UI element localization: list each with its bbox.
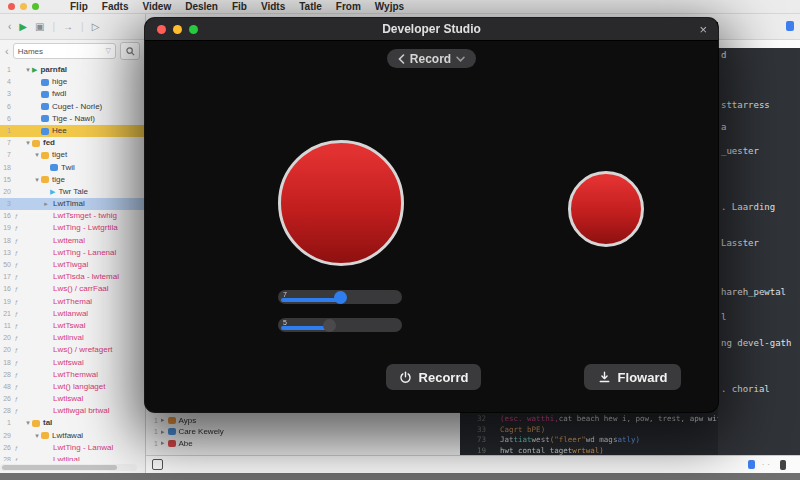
tree-item-label: Tige - Nawl) bbox=[52, 113, 95, 125]
line-number: 3 bbox=[0, 88, 11, 100]
tree-row[interactable]: 7▾tiget bbox=[0, 149, 145, 161]
filter-icon[interactable]: ▽ bbox=[106, 47, 111, 55]
tree-row[interactable]: 3▸LwtTimal bbox=[0, 198, 145, 210]
tree-row[interactable]: 26ƒLwtlswal bbox=[0, 393, 145, 405]
tree-row[interactable]: 48ƒLwt() langiaget bbox=[0, 381, 145, 393]
disclosure-icon[interactable]: ▾ bbox=[24, 137, 32, 149]
search-input[interactable]: Hames ▽ bbox=[13, 43, 116, 59]
tree-row[interactable]: 20ƒLws() / wrefagert bbox=[0, 344, 145, 356]
tree-row[interactable]: 28ƒLwtfiwgal brtwal bbox=[0, 405, 145, 417]
code-fragment: ng devel-gath bbox=[721, 338, 791, 348]
tree-row[interactable]: 21ƒLwtlanwal bbox=[0, 308, 145, 320]
menu-item-flip[interactable]: Flip bbox=[70, 1, 88, 12]
tree-row[interactable]: 4hige bbox=[0, 76, 145, 88]
menu-item-fib[interactable]: Fib bbox=[232, 1, 247, 12]
tree-row[interactable]: 3fwdl bbox=[0, 88, 145, 100]
dot-blue-icon bbox=[41, 79, 49, 86]
tree-row[interactable]: 11ƒLwtTswal bbox=[0, 320, 145, 332]
forward-icon[interactable]: → bbox=[63, 21, 73, 32]
disclosure-icon[interactable]: ▸ bbox=[42, 198, 50, 210]
modal-title: Developer Studio bbox=[145, 22, 718, 36]
tree-item-label: LwtTsmget - twhig bbox=[53, 210, 117, 222]
tree-row[interactable]: 18ƒLwtfswal bbox=[0, 357, 145, 369]
run-icon[interactable]: ▶ bbox=[19, 21, 27, 32]
file-row[interactable]: 1▸Care Kewely bbox=[146, 426, 460, 438]
zoom-window-icon[interactable] bbox=[32, 3, 39, 10]
tree-row[interactable]: 17ƒLwtTisda - lwtemal bbox=[0, 271, 145, 283]
lock-icon[interactable]: ▣ bbox=[35, 21, 44, 32]
tree-row[interactable]: 1▾tal bbox=[0, 417, 145, 429]
tree-row[interactable]: 1Hee bbox=[0, 125, 145, 137]
back-icon[interactable]: ‹ bbox=[8, 21, 11, 32]
disclosure-icon[interactable]: ▸ bbox=[161, 416, 165, 424]
tree-item-label: LwtThemwal bbox=[53, 369, 98, 381]
tree-row[interactable]: 19ƒLwtThemal bbox=[0, 296, 145, 308]
close-window-icon[interactable] bbox=[8, 3, 15, 10]
status-app-icon[interactable] bbox=[748, 460, 755, 469]
record-button[interactable]: Recorrd bbox=[386, 364, 481, 390]
disclosure-icon[interactable]: ▾ bbox=[24, 64, 32, 76]
tree-row[interactable]: 28ƒLwtThemwal bbox=[0, 369, 145, 381]
tree-row[interactable]: 19ƒLwtTing - Lwtgrtila bbox=[0, 222, 145, 234]
close-icon[interactable]: × bbox=[699, 22, 707, 37]
tree-row[interactable]: 6Tige - Nawl) bbox=[0, 113, 145, 125]
tree-row[interactable]: 26ƒLwtTing - Lanwal bbox=[0, 442, 145, 454]
breakpoint-icon[interactable] bbox=[152, 459, 163, 470]
file-row[interactable]: 1▸Ayps bbox=[146, 415, 460, 427]
dot-blue-icon bbox=[50, 164, 58, 171]
disclosure-icon[interactable]: ▸ bbox=[161, 439, 165, 447]
tree-row[interactable]: 16ƒLws() / carrFaal bbox=[0, 283, 145, 295]
minimize-window-icon[interactable] bbox=[20, 3, 27, 10]
tree-row[interactable]: 18Twil bbox=[0, 162, 145, 174]
menu-item-videw[interactable]: Videw bbox=[142, 1, 171, 12]
record-mode-selector[interactable]: Record bbox=[387, 49, 476, 68]
tree-row[interactable]: 20▶Twr Tale bbox=[0, 186, 145, 198]
tree-row[interactable]: 7▾fed bbox=[0, 137, 145, 149]
tree-row[interactable]: 29▾Lwtfawal bbox=[0, 430, 145, 442]
disclosure-icon[interactable]: ▾ bbox=[33, 149, 41, 161]
menu-item-vidts[interactable]: Vidts bbox=[261, 1, 285, 12]
line-number: 20 bbox=[0, 344, 11, 356]
chevron-left-icon[interactable]: ‹ bbox=[5, 45, 9, 57]
slider-1[interactable]: 7 bbox=[278, 290, 402, 304]
tree-row[interactable]: 16ƒLwtTsmget - twhig bbox=[0, 210, 145, 222]
forward-button[interactable]: Floward bbox=[584, 364, 681, 390]
line-number: 28 bbox=[0, 369, 11, 381]
menu-item-fadts[interactable]: Fadts bbox=[102, 1, 129, 12]
gutter-mark: ƒ bbox=[11, 393, 22, 405]
disclosure-icon[interactable]: ▾ bbox=[24, 417, 32, 429]
tree-row[interactable]: 15▾tige bbox=[0, 174, 145, 186]
line-number: 19 bbox=[0, 222, 11, 234]
scrollbar-thumb[interactable] bbox=[2, 465, 117, 470]
tree-item-label: LwtTimal bbox=[53, 198, 85, 210]
gutter-mark: ƒ bbox=[11, 210, 22, 222]
modal-title-bar[interactable]: Developer Studio × bbox=[145, 18, 718, 41]
menu-item-tatle[interactable]: Tatle bbox=[299, 1, 322, 12]
document-icon[interactable] bbox=[786, 21, 794, 31]
file-row[interactable]: 1▸Abe bbox=[146, 438, 460, 450]
menu-item-from[interactable]: From bbox=[336, 1, 361, 12]
tree-row[interactable]: 20ƒLwtlinval bbox=[0, 332, 145, 344]
search-button[interactable] bbox=[120, 42, 140, 60]
tree-row[interactable]: 13ƒLwtTing - Lanenal bbox=[0, 247, 145, 259]
tree-row[interactable]: 28ƒLwtlinal bbox=[0, 454, 145, 461]
disclosure-icon[interactable]: ▸ bbox=[161, 428, 165, 436]
slider-1-thumb[interactable] bbox=[334, 291, 347, 304]
tree-row[interactable]: 18ƒLwttemal bbox=[0, 235, 145, 247]
horizontal-scrollbar[interactable] bbox=[0, 464, 137, 471]
record-mode-label: Record bbox=[410, 52, 451, 66]
menu-item-wyjps[interactable]: Wyjps bbox=[375, 1, 404, 12]
slider-2-thumb[interactable] bbox=[323, 319, 336, 332]
menu-item-deslen[interactable]: Deslen bbox=[185, 1, 218, 12]
file-label: Ayps bbox=[179, 416, 197, 425]
slider-2[interactable]: 5 bbox=[278, 318, 402, 332]
gutter-mark: ƒ bbox=[11, 235, 22, 247]
play-outline-icon[interactable]: ▷ bbox=[92, 21, 100, 32]
disclosure-icon[interactable]: ▾ bbox=[33, 174, 41, 186]
tree-item-label: Hee bbox=[52, 125, 67, 137]
disclosure-icon[interactable]: ▾ bbox=[33, 430, 41, 442]
code-segment: atly) bbox=[617, 435, 640, 446]
tree-row[interactable]: 50ƒLwtTiwgal bbox=[0, 259, 145, 271]
tree-row[interactable]: 6Cuget - Norle) bbox=[0, 101, 145, 113]
tree-row[interactable]: 1▾▶parnfal bbox=[0, 64, 145, 76]
